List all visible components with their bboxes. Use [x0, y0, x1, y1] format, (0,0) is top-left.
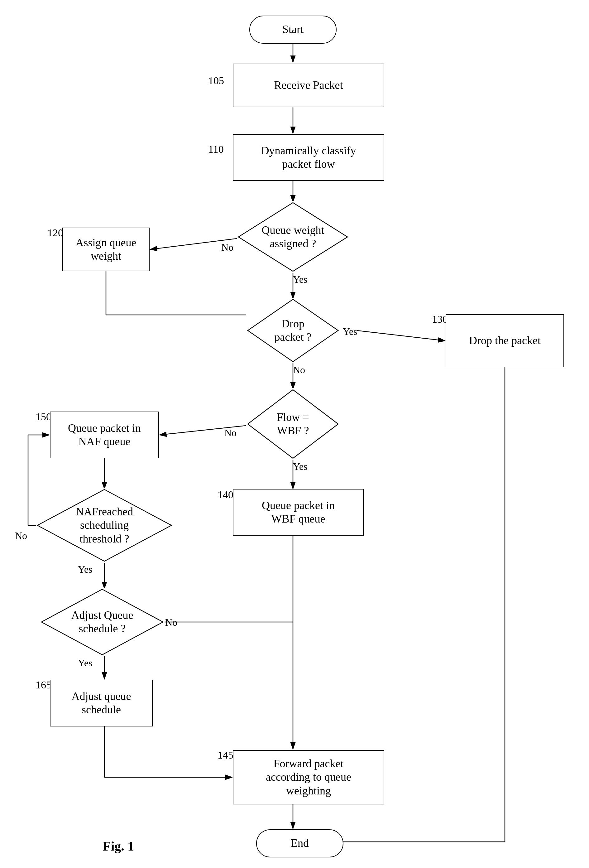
drop-packet-diamond: Droppacket ? [246, 298, 340, 363]
adjust-queue-schedule-diamond: Adjust Queueschedule ? [40, 588, 165, 656]
start-node: Start [249, 16, 337, 44]
step-num-140: 140 [218, 489, 233, 501]
no-label-drop-packet: No [293, 364, 305, 376]
naf-threshold-label: NAFreachedschedulingthreshold ? [76, 505, 133, 546]
svg-line-13 [159, 424, 260, 435]
step-num-145: 145 [218, 749, 233, 761]
flow-wbf-label: Flow =WBF ? [277, 410, 309, 437]
figure-label: Fig. 1 [103, 839, 134, 854]
adjust-queue-schedule-node: Adjust queueschedule [50, 680, 153, 726]
step-num-105: 105 [208, 75, 224, 87]
wbf-queue-label: Queue packet inWBF queue [262, 499, 335, 526]
naf-queue-node: Queue packet inNAF queue [50, 412, 159, 458]
step-num-150: 150 [35, 411, 52, 423]
yes-label-queue-weight: Yes [293, 274, 308, 285]
step-num-110: 110 [208, 143, 224, 155]
no-label-naf-threshold: No [15, 530, 27, 542]
assign-queue-weight-node: Assign queueweight [62, 227, 150, 271]
end-label: End [291, 837, 309, 850]
yes-label-adjust-queue: Yes [78, 657, 93, 669]
yes-label-flow-wbf: Yes [293, 461, 308, 472]
svg-line-5 [150, 237, 249, 249]
no-label-adjust-queue: No [165, 617, 177, 628]
svg-line-9 [357, 331, 445, 341]
end-node: End [256, 829, 343, 858]
no-label-flow-wbf: No [224, 427, 237, 439]
forward-packet-node: Forward packetaccording to queueweightin… [233, 750, 384, 805]
flowchart-diagram: Start 105 Receive Packet 110 Dynamically… [0, 0, 589, 868]
step-num-120: 120 [47, 227, 63, 239]
forward-packet-label: Forward packetaccording to queueweightin… [266, 757, 351, 797]
no-label-queue-weight: No [221, 242, 233, 253]
receive-packet-node: Receive Packet [233, 63, 384, 107]
drop-packet-text: Drop the packet [469, 334, 541, 347]
drop-packet-label: Droppacket ? [275, 317, 312, 344]
adjust-queue-schedule-text: Adjust queueschedule [72, 690, 131, 716]
adjust-queue-schedule-label: Adjust Queueschedule ? [71, 608, 133, 635]
queue-weight-label: Queue weightassigned ? [262, 224, 324, 250]
naf-queue-label: Queue packet inNAF queue [68, 422, 141, 448]
receive-packet-label: Receive Packet [274, 78, 343, 92]
assign-queue-weight-label: Assign queueweight [76, 236, 137, 263]
wbf-queue-node: Queue packet inWBF queue [233, 489, 364, 536]
step-num-165: 165 [35, 679, 52, 691]
drop-packet-node: Drop the packet [446, 314, 564, 367]
yes-label-drop-packet: Yes [343, 326, 358, 337]
classify-node: Dynamically classifypacket flow [233, 134, 384, 181]
yes-label-naf-threshold: Yes [78, 564, 93, 575]
start-label: Start [282, 23, 303, 36]
flow-wbf-diamond: Flow =WBF ? [246, 388, 340, 460]
classify-label: Dynamically classifypacket flow [261, 144, 356, 171]
naf-threshold-diamond: NAFreachedschedulingthreshold ? [36, 488, 173, 563]
queue-weight-diamond: Queue weightassigned ? [237, 201, 349, 273]
